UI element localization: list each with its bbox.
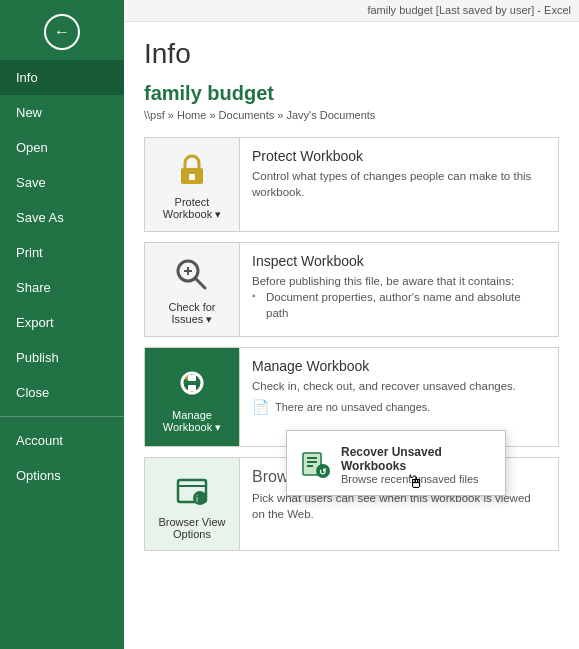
protect-text: Protect Workbook Control what types of c… — [240, 138, 558, 231]
svg-rect-1 — [189, 174, 195, 180]
svg-text:i: i — [196, 494, 198, 504]
sidebar-item-new[interactable]: New — [0, 95, 124, 130]
manage-note: There are no unsaved changes. — [275, 400, 430, 415]
recover-unsaved-item[interactable]: ↺ Recover Unsaved Workbooks Browse recen… — [287, 439, 505, 491]
inspect-bullet-1: Document properties, author's name and a… — [252, 289, 546, 321]
svg-rect-17 — [307, 465, 313, 467]
workbook-title: family budget — [144, 82, 559, 105]
svg-line-3 — [195, 278, 205, 288]
svg-rect-15 — [307, 457, 317, 459]
svg-rect-16 — [307, 461, 317, 463]
recover-item-text: Recover Unsaved Workbooks Browse recent … — [341, 445, 493, 485]
sidebar-item-save-as[interactable]: Save As — [0, 200, 124, 235]
sidebar: ← Info New Open Save Save As Print Share… — [0, 0, 124, 649]
svg-rect-8 — [188, 385, 196, 391]
svg-text:↺: ↺ — [319, 467, 327, 477]
protect-icon — [170, 148, 214, 192]
manage-desc: Check in, check out, and recover unsaved… — [252, 378, 546, 418]
sidebar-item-open[interactable]: Open — [0, 130, 124, 165]
protect-desc: Control what types of changes people can… — [252, 168, 546, 200]
inspect-icon — [170, 253, 214, 297]
recover-subtitle: Browse recent unsaved files — [341, 473, 493, 485]
recover-dropdown[interactable]: ↺ Recover Unsaved Workbooks Browse recen… — [286, 430, 506, 496]
title-bar: family budget [Last saved by user] - Exc… — [124, 0, 579, 22]
back-button[interactable]: ← — [44, 14, 80, 50]
sidebar-item-publish[interactable]: Publish — [0, 340, 124, 375]
sidebar-item-close[interactable]: Close — [0, 375, 124, 410]
svg-rect-7 — [188, 375, 196, 381]
inspect-bullets: Document properties, author's name and a… — [252, 289, 546, 321]
back-arrow-icon: ← — [54, 24, 70, 40]
sidebar-item-save[interactable]: Save — [0, 165, 124, 200]
sidebar-item-share[interactable]: Share — [0, 270, 124, 305]
sidebar-item-options[interactable]: Options — [0, 458, 124, 493]
sidebar-item-info[interactable]: Info — [0, 60, 124, 95]
sidebar-divider — [0, 416, 124, 417]
sidebar-item-print[interactable]: Print — [0, 235, 124, 270]
inspect-icon-area[interactable]: Check forIssues ▾ — [145, 243, 240, 336]
manage-note-row: 📄 There are no unsaved changes. — [252, 398, 546, 418]
protect-card: ProtectWorkbook ▾ Protect Workbook Contr… — [144, 137, 559, 232]
sidebar-item-export[interactable]: Export — [0, 305, 124, 340]
browser-icon: i — [170, 468, 214, 512]
manage-title: Manage Workbook — [252, 358, 546, 374]
protect-title: Protect Workbook — [252, 148, 546, 164]
inspect-text: Inspect Workbook Before publishing this … — [240, 243, 558, 336]
recover-icon: ↺ — [299, 449, 331, 481]
page-title: Info — [144, 38, 559, 70]
browser-icon-area[interactable]: i Browser ViewOptions — [145, 458, 240, 550]
manage-note-icon: 📄 — [252, 398, 269, 418]
inspect-title: Inspect Workbook — [252, 253, 546, 269]
inspect-desc: Before publishing this file, be aware th… — [252, 273, 546, 321]
manage-icon — [170, 361, 214, 405]
protect-icon-area[interactable]: ProtectWorkbook ▾ — [145, 138, 240, 231]
content-area: Info family budget \\psf » Home » Docume… — [124, 22, 579, 649]
recover-title: Recover Unsaved Workbooks — [341, 445, 493, 473]
breadcrumb: \\psf » Home » Documents » Javy's Docume… — [144, 109, 559, 121]
main-content: family budget [Last saved by user] - Exc… — [124, 0, 579, 649]
sidebar-back[interactable]: ← — [0, 0, 124, 60]
sidebar-item-account[interactable]: Account — [0, 423, 124, 458]
inspect-card: Check forIssues ▾ Inspect Workbook Befor… — [144, 242, 559, 337]
manage-icon-area[interactable]: ManageWorkbook ▾ — [145, 348, 240, 446]
